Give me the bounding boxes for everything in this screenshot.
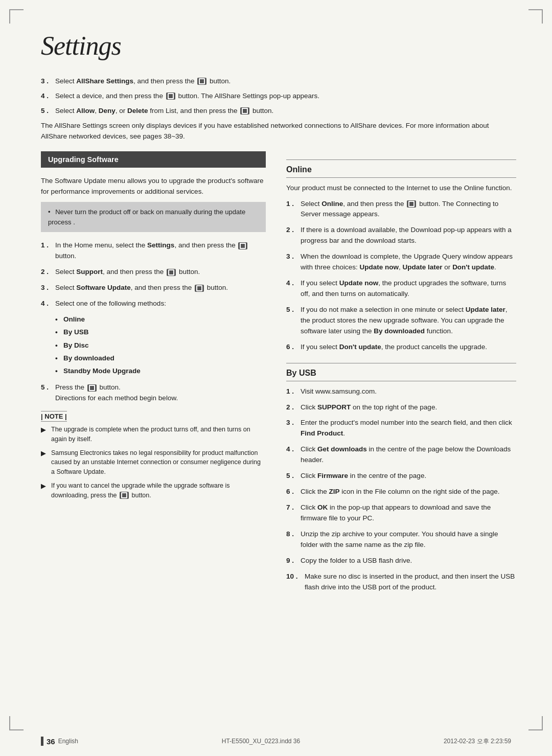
step-text: Select Allow, Deny, or Delete from List,… bbox=[55, 106, 516, 117]
bullet-dot: • bbox=[55, 314, 63, 325]
warning-box: • Never turn the product off or back on … bbox=[41, 202, 266, 232]
button-icon bbox=[238, 242, 247, 249]
step-text: If you select Don't update, the product … bbox=[301, 342, 516, 353]
button-icon bbox=[195, 285, 204, 292]
section-divider bbox=[286, 159, 516, 160]
bullet-dot: • bbox=[55, 353, 63, 363]
step-num: 1 . bbox=[286, 386, 301, 397]
upgrading-software-header: Upgrading Software bbox=[41, 151, 266, 168]
step-text: Select Support, and then press the butto… bbox=[55, 267, 266, 278]
method-label: By Disc bbox=[63, 340, 89, 351]
step-text: Visit www.samsung.com. bbox=[301, 386, 516, 397]
intro-paragraph: The AllShare Settings screen only displa… bbox=[41, 121, 516, 142]
step-num: 8 . bbox=[286, 529, 301, 540]
step-num: 5 . bbox=[41, 106, 55, 117]
two-column-layout: Upgrading Software The Software Update m… bbox=[41, 151, 516, 598]
corner-decoration-tr bbox=[528, 9, 543, 24]
step-num: 2 . bbox=[286, 402, 301, 413]
upgrade-step-1: 1 . In the Home menu, select the Setting… bbox=[41, 240, 266, 262]
usb-step-5: 5 . Click Firmware in the centre of the … bbox=[286, 471, 516, 482]
method-standby: • Standby Mode Upgrade bbox=[55, 366, 266, 376]
online-step-5: 5 . If you do not make a selection in on… bbox=[286, 305, 516, 337]
note-text: The upgrade is complete when the product… bbox=[51, 425, 266, 444]
step-text: Click the ZIP icon in the File column on… bbox=[301, 487, 516, 497]
corner-decoration-tl bbox=[9, 9, 24, 24]
section-divider-usb-bottom bbox=[286, 381, 516, 381]
step-num: 3 . bbox=[41, 76, 55, 87]
step-num: 3 . bbox=[41, 283, 55, 293]
step-text: When the download is complete, the Upgra… bbox=[301, 251, 516, 273]
note-text: Samsung Electronics takes no legal respo… bbox=[51, 448, 266, 477]
upgrade-step-3: 3 . Select Software Update, and then pre… bbox=[41, 283, 266, 293]
button-icon bbox=[407, 200, 416, 208]
step-num: 3 . bbox=[286, 251, 301, 262]
step-text: In the Home menu, select the Settings, a… bbox=[55, 240, 266, 262]
usb-step-3: 3 . Enter the product's model number int… bbox=[286, 418, 516, 439]
by-usb-section-title: By USB bbox=[286, 369, 516, 378]
page: Settings 3 . Select AllShare Settings, a… bbox=[0, 0, 552, 756]
method-label: Standby Mode Upgrade bbox=[63, 366, 141, 376]
online-step-6: 6 . If you select Don't update, the prod… bbox=[286, 342, 516, 353]
method-label: By downloaded bbox=[63, 353, 114, 363]
online-intro: Your product must be connected to the In… bbox=[286, 183, 516, 194]
corner-decoration-br bbox=[528, 716, 543, 730]
note-text: If you want to cancel the upgrade while … bbox=[51, 481, 266, 500]
section-divider-usb bbox=[286, 363, 516, 363]
page-number-accent bbox=[41, 737, 43, 746]
step-text: Click SUPPORT on the top right of the pa… bbox=[301, 402, 516, 413]
step-text: Make sure no disc is inserted in the pro… bbox=[305, 571, 516, 593]
step-num: 4 . bbox=[41, 91, 55, 102]
right-column: Online Your product must be connected to… bbox=[286, 151, 516, 598]
step-num: 1 . bbox=[41, 240, 55, 251]
left-column: Upgrading Software The Software Update m… bbox=[41, 151, 266, 598]
step-num: 9 . bbox=[286, 556, 301, 566]
upgrade-step-5: 5 . Press the button. Directions for eac… bbox=[41, 382, 266, 404]
note-item-2: ▶ Samsung Electronics takes no legal res… bbox=[41, 448, 266, 477]
page-number: 36 bbox=[47, 737, 55, 746]
usb-step-4: 4 . Click Get downloads in the centre of… bbox=[286, 444, 516, 466]
step-text: Select a device, and then press the butt… bbox=[55, 91, 516, 102]
step-num: 6 . bbox=[286, 342, 301, 353]
step-num: 4 . bbox=[286, 444, 301, 455]
note-label: | NOTE | bbox=[41, 411, 67, 422]
usb-step-6: 6 . Click the ZIP icon in the File colum… bbox=[286, 487, 516, 497]
step-text: Click Firmware in the centre of the page… bbox=[301, 471, 516, 482]
method-downloaded: • By downloaded bbox=[55, 353, 266, 363]
step-num: 5 . bbox=[286, 471, 301, 482]
note-item-3: ▶ If you want to cancel the upgrade whil… bbox=[41, 481, 266, 500]
step-text: Select Software Update, and then press t… bbox=[55, 283, 266, 293]
online-step-2: 2 . If there is a download available, th… bbox=[286, 225, 516, 246]
online-section-title: Online bbox=[286, 165, 516, 174]
step-text: If you do not make a selection in one mi… bbox=[301, 305, 516, 337]
intro-steps-section: 3 . Select AllShare Settings, and then p… bbox=[41, 76, 516, 142]
method-label: Online bbox=[63, 314, 85, 325]
intro-step-4: 4 . Select a device, and then press the … bbox=[41, 91, 516, 102]
button-icon bbox=[167, 269, 176, 276]
corner-decoration-bl bbox=[9, 716, 24, 730]
step-text: Copy the folder to a USB flash drive. bbox=[301, 556, 516, 566]
bullet-dot: • bbox=[55, 366, 63, 376]
note-arrow: ▶ bbox=[41, 425, 49, 435]
usb-step-2: 2 . Click SUPPORT on the top right of th… bbox=[286, 402, 516, 413]
warning-bullet: • bbox=[48, 208, 51, 216]
method-disc: • By Disc bbox=[55, 340, 266, 351]
upgrading-description: The Software Update menu allows you to u… bbox=[41, 176, 266, 197]
footer-date: 2012-02-23 오후 2:23:59 bbox=[444, 737, 511, 746]
content-area: Settings 3 . Select AllShare Settings, a… bbox=[0, 0, 552, 638]
step-text: Click Get downloads in the centre of the… bbox=[301, 444, 516, 466]
usb-step-10: 10 . Make sure no disc is inserted in th… bbox=[286, 571, 516, 593]
page-footer: 36 English HT-E5500_XU_0223.indd 36 2012… bbox=[0, 737, 552, 746]
usb-step-9: 9 . Copy the folder to a USB flash drive… bbox=[286, 556, 516, 566]
method-online: • Online bbox=[55, 314, 266, 325]
page-title: Settings bbox=[41, 31, 516, 61]
button-icon bbox=[87, 384, 97, 392]
step-num: 1 . bbox=[286, 199, 301, 210]
bullet-dot: • bbox=[55, 340, 63, 351]
usb-step-7: 7 . Click OK in the pop-up that appears … bbox=[286, 502, 516, 524]
step-num: 2 . bbox=[41, 267, 55, 278]
intro-step-3: 3 . Select AllShare Settings, and then p… bbox=[41, 76, 516, 87]
step-text: Select AllShare Settings, and then press… bbox=[55, 76, 516, 87]
method-label: By USB bbox=[63, 327, 89, 337]
section-divider bbox=[286, 177, 516, 178]
button-icon bbox=[197, 78, 206, 85]
